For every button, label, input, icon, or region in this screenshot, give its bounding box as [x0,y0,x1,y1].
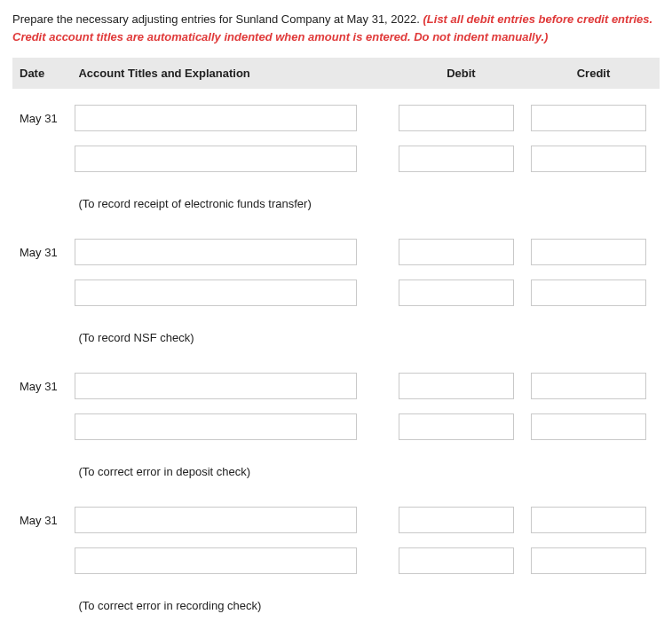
credit-input[interactable] [531,280,646,306]
table-row [12,406,660,447]
entry-note: (To record NSF check) [75,320,391,358]
account-input[interactable] [75,547,357,574]
credit-input[interactable] [531,413,646,440]
header-credit: Credit [527,58,660,89]
credit-input[interactable] [531,547,646,574]
debit-input[interactable] [399,373,514,399]
credit-input[interactable] [531,507,646,533]
table-row: (To correct error in recording check) [12,581,660,622]
debit-input[interactable] [399,146,514,172]
debit-input[interactable] [399,507,514,533]
table-row: (To record NSF check) [12,313,660,366]
date-label: May 31 [20,380,58,393]
debit-input[interactable] [399,547,514,574]
table-row: May 31 [12,366,660,406]
debit-input[interactable] [399,280,514,306]
table-row: May 31 [12,500,660,540]
instructions-text: Prepare the necessary adjusting entries … [12,12,423,26]
table-row [12,540,660,581]
account-input[interactable] [75,413,357,440]
account-input[interactable] [75,146,357,172]
account-input[interactable] [75,280,357,306]
table-row: May 31 [12,232,660,272]
entry-note: (To correct error in recording check) [75,588,391,622]
entry-note: (To record receipt of electronic funds t… [75,186,391,224]
date-label: May 31 [20,514,58,527]
account-input[interactable] [75,373,357,399]
account-input[interactable] [75,239,357,265]
table-row [12,272,660,313]
header-date: Date [12,58,71,89]
credit-input[interactable] [531,146,646,172]
table-header-row: Date Account Titles and Explanation Debi… [12,58,660,89]
header-account: Account Titles and Explanation [71,58,395,89]
header-debit: Debit [395,58,527,89]
journal-table: Date Account Titles and Explanation Debi… [12,58,660,622]
debit-input[interactable] [399,239,514,265]
table-row: May 31 [12,89,660,138]
credit-input[interactable] [531,105,646,131]
account-input[interactable] [75,507,357,533]
debit-input[interactable] [399,105,514,131]
date-label: May 31 [20,112,58,125]
instructions: Prepare the necessary adjusting entries … [12,11,660,45]
account-input[interactable] [75,105,357,131]
debit-input[interactable] [399,413,514,440]
entry-note: (To correct error in deposit check) [75,454,391,492]
credit-input[interactable] [531,239,646,265]
table-row: (To record receipt of electronic funds t… [12,179,660,232]
date-label: May 31 [20,246,58,259]
credit-input[interactable] [531,373,646,399]
table-row [12,138,660,179]
table-row: (To correct error in deposit check) [12,447,660,500]
